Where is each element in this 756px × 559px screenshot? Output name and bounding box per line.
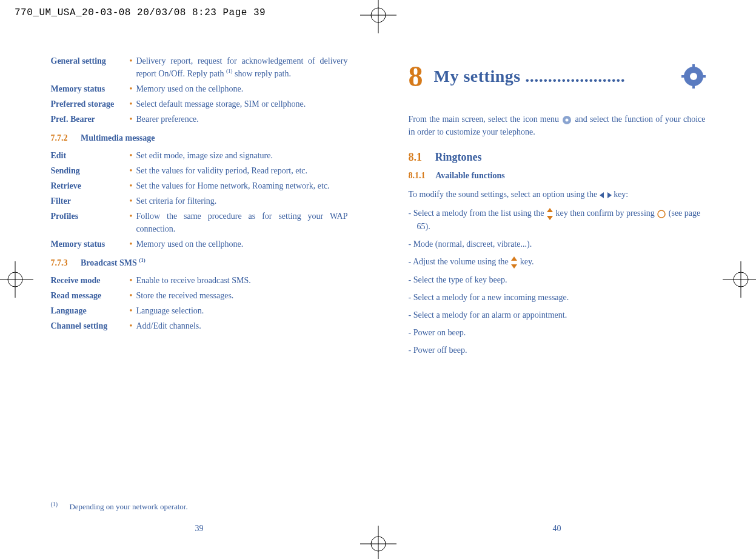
svg-rect-14 <box>692 64 695 69</box>
svg-point-24 <box>658 210 665 218</box>
definition-desc: Set edit mode, image size and signature. <box>136 149 347 162</box>
definition-item: Channel setting • Add/Edit channels. <box>51 320 348 332</box>
feature-list: Select a melody from the list using the … <box>409 207 706 356</box>
section-title: Ringtones <box>435 151 482 163</box>
print-slug: 770_UM_USA_20-03-08 20/03/08 8:23 Page 3… <box>15 7 266 18</box>
definition-item: Filter • Set criteria for filtering. <box>51 195 348 207</box>
definition-term: Preferred storage <box>51 98 130 110</box>
definition-item: Pref. Bearer • Bearer preference. <box>51 113 348 126</box>
svg-marker-20 <box>600 192 604 198</box>
list-item: Select the type of key beep. <box>409 273 706 286</box>
bullet-icon: • <box>130 149 136 162</box>
definition-desc: Add/Edit channels. <box>136 320 347 332</box>
definition-desc: Set the values for Home network, Roaming… <box>136 179 347 192</box>
svg-rect-16 <box>681 75 686 78</box>
list-item: Select a melody for an alarm or appointm… <box>409 309 706 321</box>
list-item: Mode (normal, discreet, vibrate...). <box>409 238 706 250</box>
list-item: Select a melody from the list using the … <box>409 207 706 233</box>
bullet-icon: • <box>130 320 136 332</box>
section-heading-772: 7.7.2 Multimedia message <box>51 132 348 144</box>
svg-rect-17 <box>701 75 706 78</box>
section-title: Broadcast SMS (1) <box>81 258 146 267</box>
definition-term: Memory status <box>51 82 130 95</box>
bullet-icon: • <box>130 238 136 250</box>
list-item: Power off beep. <box>409 344 706 356</box>
left-right-arrow-icon <box>600 192 612 199</box>
definition-desc: Select default message storage, SIM or c… <box>136 98 347 110</box>
definition-term: Filter <box>51 195 130 207</box>
definition-item: Sending • Set the values for validity pe… <box>51 164 348 177</box>
up-down-arrow-icon <box>546 208 554 220</box>
svg-rect-15 <box>692 84 695 89</box>
definition-desc: Enable to receive broadcast SMS. <box>136 274 347 287</box>
up-down-arrow-icon <box>510 256 518 269</box>
definition-term: General setting <box>51 55 130 80</box>
intro-line: To modify the sound settings, select an … <box>409 188 706 201</box>
svg-point-19 <box>566 118 569 121</box>
svg-marker-21 <box>607 192 612 198</box>
section-heading-773: 7.7.3 Broadcast SMS (1) <box>51 256 348 269</box>
definition-item: Retrieve • Set the values for Home netwo… <box>51 179 348 192</box>
list-item: Power on beep. <box>409 326 706 339</box>
chapter-title: My settings ...................... <box>434 64 681 89</box>
definition-term: Edit <box>51 149 130 162</box>
definition-term: Channel setting <box>51 320 130 332</box>
svg-marker-22 <box>547 208 553 212</box>
definition-desc: Bearer preference. <box>136 113 347 126</box>
section-number: 7.7.2 <box>51 133 68 142</box>
section-heading-81: 8.1 Ringtones <box>409 149 706 166</box>
bullet-icon: • <box>130 164 136 177</box>
page-number: 40 <box>409 522 706 535</box>
definition-item: Profiles • Follow the same procedure as … <box>51 210 348 235</box>
footnote-marker: (1) <box>51 501 58 507</box>
bullet-icon: • <box>130 195 136 207</box>
registration-mark-top <box>360 0 396 33</box>
chapter-heading: 8 My settings ...................... <box>409 55 706 98</box>
page-number: 39 <box>51 522 348 535</box>
definition-term: Memory status <box>51 238 130 250</box>
menu-gear-small-icon <box>561 115 572 126</box>
definition-desc: Set the values for validity period, Read… <box>136 164 347 177</box>
definition-desc: Store the received messages. <box>136 289 347 302</box>
bullet-icon: • <box>130 179 136 192</box>
section-title: Available functions <box>435 171 504 180</box>
definition-item: Edit • Set edit mode, image size and sig… <box>51 149 348 162</box>
settings-gear-icon <box>681 64 706 89</box>
right-page: 8 My settings ...................... Fro… <box>409 55 706 535</box>
definition-item: Read message • Store the received messag… <box>51 289 348 302</box>
definition-item: Memory status • Memory used on the cellp… <box>51 82 348 95</box>
svg-marker-23 <box>547 216 553 220</box>
definition-desc: Memory used on the cellphone. <box>136 238 347 250</box>
svg-marker-26 <box>511 264 517 269</box>
section-number: 8.1.1 <box>409 171 426 180</box>
footnote: (1) Depending on your network operator. <box>51 500 188 513</box>
section-number: 8.1 <box>409 151 423 163</box>
bullet-icon: • <box>130 113 136 126</box>
svg-marker-25 <box>511 256 517 261</box>
definition-term: Read message <box>51 289 130 302</box>
definition-term: Sending <box>51 164 130 177</box>
footnote-text: Depending on your network operator. <box>69 503 187 512</box>
list-item: Adjust the volume using the key. <box>409 255 706 269</box>
list-item: Select a melody for a new incoming messa… <box>409 291 706 304</box>
definition-desc: Set criteria for filtering. <box>136 195 347 207</box>
definition-desc: Follow the same procedure as for setting… <box>136 210 347 235</box>
section-number: 7.7.3 <box>51 258 68 267</box>
definition-item: Preferred storage • Select default messa… <box>51 98 348 110</box>
section-heading-811: 8.1.1 Available functions <box>409 169 706 182</box>
definition-item: Language • Language selection. <box>51 304 348 317</box>
definition-item: General setting • Delivery report, reque… <box>51 55 348 80</box>
svg-point-13 <box>690 73 697 80</box>
definition-term: Language <box>51 304 130 317</box>
section-title: Multimedia message <box>81 133 155 142</box>
definition-desc: Language selection. <box>136 304 347 317</box>
bullet-icon: • <box>130 289 136 302</box>
bullet-icon: • <box>130 274 136 287</box>
definition-desc: Delivery report, request for acknowledge… <box>136 55 347 80</box>
definition-item: Receive mode • Enable to receive broadca… <box>51 274 348 287</box>
circle-button-icon <box>657 209 666 219</box>
bullet-icon: • <box>130 98 136 110</box>
definition-term: Retrieve <box>51 179 130 192</box>
definition-item: Memory status • Memory used on the cellp… <box>51 238 348 250</box>
intro-paragraph: From the main screen, select the icon me… <box>409 113 706 138</box>
